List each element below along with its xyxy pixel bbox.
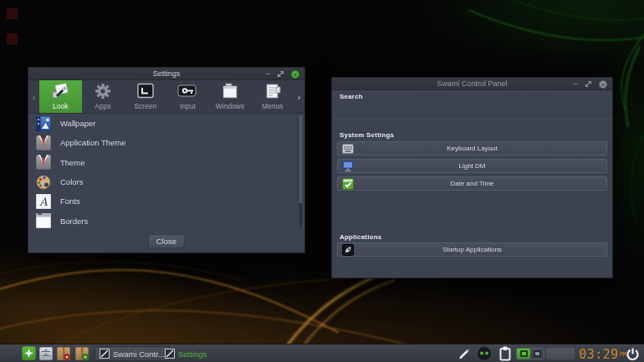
settings-footer: Close <box>28 229 304 252</box>
startup-icon <box>342 244 354 257</box>
minimize-button[interactable]: − <box>573 80 578 89</box>
list-item-colors[interactable]: Colors <box>28 172 304 191</box>
tab-label: Screen <box>134 102 156 110</box>
swami-titlebar[interactable]: Swami Control Panel − ✕ <box>332 78 612 90</box>
panel-row-label: Keyboard Layout <box>447 145 498 152</box>
settings-window-title: Settings <box>28 68 304 79</box>
clock[interactable]: 03:29PM <box>579 347 626 362</box>
tab-apps[interactable]: Apps <box>82 80 125 113</box>
close-button[interactable]: ✕ <box>599 80 607 89</box>
toggle-off-cell[interactable] <box>530 349 544 359</box>
clock-time: 03:29 <box>579 347 619 362</box>
palette-icon <box>36 175 51 190</box>
list-item-label: Application Theme <box>60 138 126 147</box>
package-button-1[interactable] <box>57 347 70 360</box>
minimize-button[interactable]: − <box>265 70 270 79</box>
menus-icon <box>263 81 283 101</box>
menu-star-icon <box>22 346 36 360</box>
section-divider <box>332 119 612 120</box>
power-button[interactable] <box>626 347 640 361</box>
file-manager-button[interactable] <box>39 347 53 360</box>
keyboard-icon <box>342 143 354 156</box>
calendar-check-icon <box>342 178 354 191</box>
maximize-icon <box>585 80 592 88</box>
settings-list: Wallpaper Application Theme Theme Colors… <box>28 114 304 229</box>
panel-row-label: Date and Time <box>450 180 493 187</box>
tab-look[interactable]: Look <box>39 80 82 113</box>
mini-keyboard-icon <box>520 350 528 357</box>
layout-toggle[interactable] <box>516 348 544 359</box>
list-item-wallpaper[interactable]: Wallpaper <box>28 114 304 133</box>
tab-scroll-right-icon[interactable]: › <box>294 80 304 114</box>
applications-section-label: Applications <box>340 233 381 241</box>
list-item-label: Fonts <box>60 196 80 206</box>
windows-icon <box>220 81 240 101</box>
window-icon <box>165 349 175 359</box>
maximize-button[interactable] <box>277 70 284 78</box>
eyes-tray-button[interactable] <box>477 346 492 361</box>
settings-window: Settings − ✕ ‹ Look Apps Scre <box>28 67 305 253</box>
tab-label: Look <box>53 102 68 110</box>
tab-label: Menus <box>262 102 284 110</box>
desktop-icon[interactable] <box>7 33 18 44</box>
maximize-icon <box>277 70 284 78</box>
list-item-theme[interactable]: Theme <box>28 153 304 172</box>
tab-screen[interactable]: Screen <box>124 80 166 113</box>
clipboard-icon <box>498 346 512 361</box>
tab-menus[interactable]: Menus <box>251 80 294 113</box>
tab-label: Windows <box>216 102 244 110</box>
close-dialog-button[interactable]: Close <box>148 234 185 248</box>
look-icon <box>49 81 71 101</box>
list-item-label: Wallpaper <box>60 119 95 128</box>
tab-label: Input <box>180 102 196 110</box>
toggle-on-cell[interactable] <box>517 349 530 359</box>
file-drawer-icon <box>39 347 53 360</box>
light-dm-button[interactable]: Light DM <box>337 159 607 173</box>
eyes-icon <box>477 346 492 361</box>
wallpaper-icon <box>36 116 51 131</box>
task-button-swami[interactable]: Swami Contr... <box>95 346 170 361</box>
tab-scroll-left-icon[interactable]: ‹ <box>29 80 38 114</box>
tab-input[interactable]: Input <box>166 80 209 113</box>
panel-handle[interactable]: ··· <box>3 344 18 362</box>
annotate-tray-button[interactable] <box>457 347 471 360</box>
input-icon <box>176 81 198 101</box>
panel-row-label: Startup Applications <box>442 246 502 253</box>
task-button-settings[interactable]: Settings <box>161 346 211 361</box>
swami-window-title: Swami Control Panel <box>332 78 612 89</box>
list-item-fonts[interactable]: A Fonts <box>28 191 304 211</box>
list-item-application-theme[interactable]: Application Theme <box>28 133 304 152</box>
keyboard-layout-button[interactable]: Keyboard Layout <box>337 141 607 156</box>
package-icon <box>75 347 89 360</box>
power-icon <box>626 347 640 361</box>
tab-windows[interactable]: Windows <box>209 80 252 113</box>
screen-icon <box>135 81 156 101</box>
suit-icon <box>36 155 51 170</box>
settings-titlebar[interactable]: Settings − ✕ <box>28 68 304 80</box>
mini-keyboard-icon <box>534 350 541 357</box>
fonts-icon: A <box>36 194 51 209</box>
list-item-label: Colors <box>60 177 83 186</box>
list-item-label: Borders <box>60 217 88 226</box>
menu-button[interactable] <box>22 346 36 360</box>
task-label: Settings <box>178 349 207 359</box>
tab-label: Apps <box>95 102 110 110</box>
swami-control-panel-window: Swami Control Panel − ✕ Search System Se… <box>331 77 613 278</box>
desktop-icon[interactable] <box>7 8 18 19</box>
panel-row-label: Light DM <box>458 162 485 170</box>
window-icon <box>100 349 110 359</box>
date-and-time-button[interactable]: Date and Time <box>337 176 607 191</box>
tray-placeholder[interactable] <box>545 347 575 360</box>
package-button-2[interactable] <box>75 347 89 360</box>
gear-icon <box>93 81 113 101</box>
close-button[interactable]: ✕ <box>291 70 299 79</box>
clipboard-tray-button[interactable] <box>498 346 512 361</box>
startup-applications-button[interactable]: Startup Applications <box>337 242 607 257</box>
system-settings-section-label: System Settings <box>340 131 394 139</box>
task-label: Swami Contr... <box>113 349 165 359</box>
list-item-label: Theme <box>60 158 85 167</box>
list-scrollbar[interactable] <box>299 115 302 227</box>
list-item-borders[interactable]: Borders <box>28 211 304 230</box>
maximize-button[interactable] <box>585 80 592 88</box>
package-icon <box>57 347 70 360</box>
